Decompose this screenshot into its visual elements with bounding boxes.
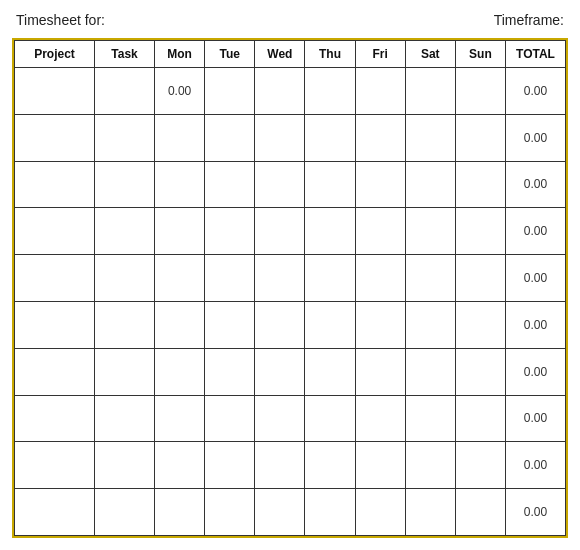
cell-fri[interactable]	[355, 395, 405, 442]
cell-mon[interactable]	[155, 348, 205, 395]
cell-mon[interactable]	[155, 114, 205, 161]
cell-sun[interactable]	[455, 348, 505, 395]
cell-total[interactable]: 0.00	[506, 68, 566, 115]
cell-tue[interactable]	[205, 161, 255, 208]
cell-wed[interactable]	[255, 395, 305, 442]
cell-thu[interactable]	[305, 348, 355, 395]
cell-project[interactable]	[15, 348, 95, 395]
cell-tue[interactable]	[205, 489, 255, 536]
cell-project[interactable]	[15, 255, 95, 302]
cell-fri[interactable]	[355, 161, 405, 208]
cell-project[interactable]	[15, 395, 95, 442]
cell-thu[interactable]	[305, 68, 355, 115]
cell-wed[interactable]	[255, 301, 305, 348]
cell-sun[interactable]	[455, 208, 505, 255]
cell-fri[interactable]	[355, 442, 405, 489]
cell-task[interactable]	[95, 161, 155, 208]
cell-total[interactable]: 0.00	[506, 208, 566, 255]
cell-sat[interactable]	[405, 255, 455, 302]
cell-project[interactable]	[15, 114, 95, 161]
cell-total[interactable]: 0.00	[506, 161, 566, 208]
cell-project[interactable]	[15, 442, 95, 489]
cell-wed[interactable]	[255, 68, 305, 115]
cell-sun[interactable]	[455, 442, 505, 489]
cell-mon[interactable]	[155, 301, 205, 348]
cell-fri[interactable]	[355, 301, 405, 348]
cell-total[interactable]: 0.00	[506, 395, 566, 442]
cell-task[interactable]	[95, 348, 155, 395]
cell-mon[interactable]	[155, 208, 205, 255]
cell-wed[interactable]	[255, 114, 305, 161]
cell-sun[interactable]	[455, 489, 505, 536]
cell-sat[interactable]	[405, 161, 455, 208]
cell-fri[interactable]	[355, 68, 405, 115]
cell-total[interactable]: 0.00	[506, 255, 566, 302]
cell-sun[interactable]	[455, 68, 505, 115]
cell-project[interactable]	[15, 208, 95, 255]
cell-tue[interactable]	[205, 301, 255, 348]
cell-wed[interactable]	[255, 348, 305, 395]
cell-wed[interactable]	[255, 161, 305, 208]
cell-sun[interactable]	[455, 114, 505, 161]
cell-tue[interactable]	[205, 395, 255, 442]
cell-thu[interactable]	[305, 489, 355, 536]
cell-thu[interactable]	[305, 161, 355, 208]
cell-thu[interactable]	[305, 255, 355, 302]
cell-sun[interactable]	[455, 301, 505, 348]
cell-thu[interactable]	[305, 208, 355, 255]
cell-sat[interactable]	[405, 68, 455, 115]
cell-fri[interactable]	[355, 489, 405, 536]
cell-project[interactable]	[15, 489, 95, 536]
cell-thu[interactable]	[305, 395, 355, 442]
cell-wed[interactable]	[255, 489, 305, 536]
cell-thu[interactable]	[305, 114, 355, 161]
cell-mon[interactable]	[155, 442, 205, 489]
cell-fri[interactable]	[355, 255, 405, 302]
cell-task[interactable]	[95, 114, 155, 161]
cell-tue[interactable]	[205, 208, 255, 255]
cell-project[interactable]	[15, 301, 95, 348]
cell-sat[interactable]	[405, 348, 455, 395]
cell-wed[interactable]	[255, 255, 305, 302]
cell-total[interactable]: 0.00	[506, 348, 566, 395]
cell-tue[interactable]	[205, 442, 255, 489]
cell-mon[interactable]: 0.00	[155, 68, 205, 115]
cell-tue[interactable]	[205, 348, 255, 395]
cell-thu[interactable]	[305, 442, 355, 489]
cell-fri[interactable]	[355, 348, 405, 395]
cell-fri[interactable]	[355, 208, 405, 255]
cell-wed[interactable]	[255, 208, 305, 255]
cell-task[interactable]	[95, 489, 155, 536]
cell-sat[interactable]	[405, 114, 455, 161]
cell-total[interactable]: 0.00	[506, 301, 566, 348]
cell-task[interactable]	[95, 68, 155, 115]
cell-sat[interactable]	[405, 301, 455, 348]
cell-total[interactable]: 0.00	[506, 114, 566, 161]
cell-project[interactable]	[15, 161, 95, 208]
cell-sun[interactable]	[455, 255, 505, 302]
cell-task[interactable]	[95, 208, 155, 255]
cell-sat[interactable]	[405, 395, 455, 442]
cell-thu[interactable]	[305, 301, 355, 348]
cell-total[interactable]: 0.00	[506, 489, 566, 536]
cell-task[interactable]	[95, 301, 155, 348]
cell-tue[interactable]	[205, 68, 255, 115]
cell-tue[interactable]	[205, 114, 255, 161]
cell-wed[interactable]	[255, 442, 305, 489]
cell-mon[interactable]	[155, 161, 205, 208]
cell-sat[interactable]	[405, 208, 455, 255]
cell-tue[interactable]	[205, 255, 255, 302]
cell-sun[interactable]	[455, 395, 505, 442]
cell-mon[interactable]	[155, 489, 205, 536]
cell-mon[interactable]	[155, 255, 205, 302]
cell-task[interactable]	[95, 395, 155, 442]
cell-task[interactable]	[95, 255, 155, 302]
cell-fri[interactable]	[355, 114, 405, 161]
cell-mon[interactable]	[155, 395, 205, 442]
cell-sat[interactable]	[405, 489, 455, 536]
cell-total[interactable]: 0.00	[506, 442, 566, 489]
cell-project[interactable]	[15, 68, 95, 115]
cell-sat[interactable]	[405, 442, 455, 489]
cell-sun[interactable]	[455, 161, 505, 208]
cell-task[interactable]	[95, 442, 155, 489]
